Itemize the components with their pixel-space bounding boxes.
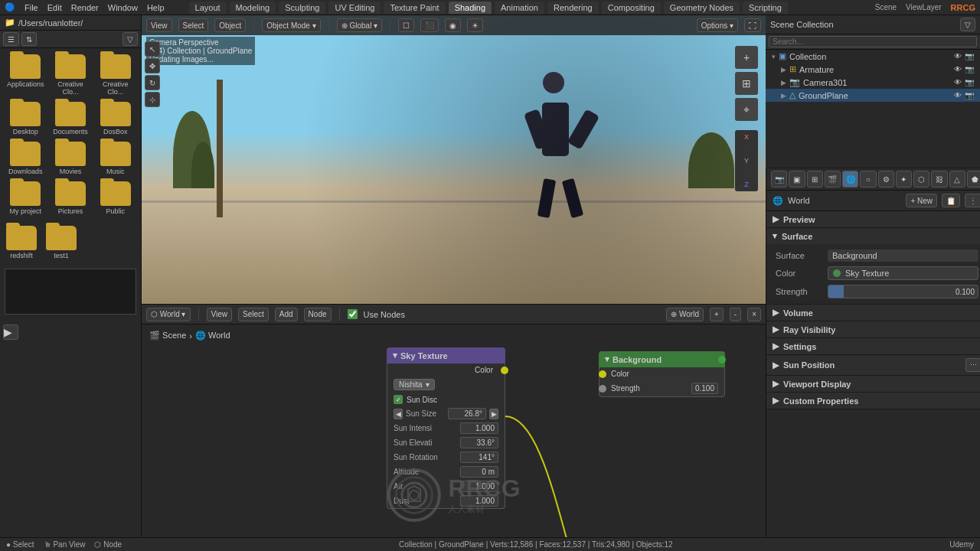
mode-selector[interactable]: Object Mode ▾ [262, 18, 320, 32]
outliner-filter[interactable]: ▽ [960, 18, 975, 31]
world-browse-btn[interactable]: 📋 [942, 194, 960, 207]
custom-properties-section-header[interactable]: ▶ Custom Properties [766, 393, 980, 409]
ray-visibility-section-header[interactable]: ▶ Ray Visibility [766, 321, 980, 337]
viewport[interactable]: View Select Object Object Mode ▾ ⊕ Globa… [142, 15, 766, 304]
zoom-in[interactable]: + [710, 308, 724, 321]
sort-btn[interactable]: ⇅ [21, 32, 37, 46]
shading-wireframe[interactable]: ☐ [398, 18, 414, 32]
viewport-display-section-header[interactable]: ▶ Viewport Display [766, 376, 980, 392]
tab-shading[interactable]: Shading [449, 2, 492, 14]
tool-select[interactable]: ↖ [145, 41, 160, 57]
tab-uv-editing[interactable]: UV Editing [328, 2, 381, 14]
list-item[interactable]: My project [5, 180, 47, 217]
tab-scripting[interactable]: Scripting [743, 2, 788, 14]
outliner-item-armature[interactable]: ▶ ⊞ Armature 👁 📷 [766, 63, 980, 76]
armature-camera[interactable]: 📷 [965, 65, 974, 73]
prop-icon-modifier[interactable]: ⚙ [878, 171, 894, 187]
prop-icon-scene[interactable]: 🎬 [825, 171, 841, 187]
view-btn[interactable]: View [146, 18, 172, 32]
prop-icon-object[interactable]: ○ [860, 171, 876, 187]
prop-icon-data[interactable]: △ [949, 171, 965, 187]
tool-scale[interactable]: ⊹ [145, 92, 160, 107]
editor-type-btn[interactable]: ⬡ World ▾ [146, 308, 191, 321]
sun-size-value[interactable]: 26.8° [448, 408, 486, 419]
menu-edit[interactable]: Edit [47, 3, 62, 12]
strength-bar[interactable]: 0.100 [828, 285, 978, 298]
outliner-item-collection[interactable]: ▾ ▣ Collection 👁 📷 [766, 50, 980, 63]
menu-window[interactable]: Window [108, 3, 138, 12]
gp-render[interactable]: 📷 [965, 91, 974, 99]
orientation-widget[interactable]: X Y Z [735, 130, 758, 191]
menu-render[interactable]: Render [71, 3, 99, 12]
node-menu[interactable]: Node [304, 308, 332, 321]
sun-size-increase[interactable]: ▶ [489, 409, 498, 419]
sun-position-options[interactable]: ⋯ [965, 358, 980, 372]
sun-disc-checkbox[interactable]: ✓ [394, 395, 403, 404]
surface-section-header[interactable]: ▾ Surface [766, 228, 980, 244]
visibility-icon[interactable]: 👁 [954, 52, 962, 60]
menu-file[interactable]: File [24, 3, 38, 12]
world-options-btn[interactable]: ⋮ [965, 194, 980, 207]
add-menu[interactable]: Add [275, 308, 298, 321]
color-value[interactable]: Sky Texture [828, 266, 978, 280]
tab-animation[interactable]: Animation [495, 2, 544, 14]
sun-size-decrease[interactable]: ◀ [394, 409, 403, 419]
prop-icon-material[interactable]: ⬟ [967, 171, 980, 187]
outliner-item-camera[interactable]: ▶ 📷 Camera301 👁 📷 [766, 76, 980, 89]
list-item[interactable]: Applications [5, 53, 47, 97]
render-icon[interactable]: 📷 [965, 52, 974, 60]
bg-strength-input-socket[interactable] [599, 385, 606, 393]
tool-move[interactable]: ✥ [145, 58, 160, 73]
sun-elevation-value[interactable]: 33.6° [460, 437, 498, 448]
sidebar-btn[interactable]: ▶ [3, 324, 18, 340]
object-btn[interactable]: Object [214, 18, 246, 32]
list-item[interactable]: Public [94, 180, 136, 217]
bg-strength-value[interactable]: 0.100 [691, 383, 718, 394]
camera-render[interactable]: 📷 [965, 78, 974, 86]
gizmo-btn-3[interactable]: ⌖ [735, 98, 758, 121]
list-item[interactable]: DosBox [94, 100, 136, 137]
filter-btn[interactable]: ▽ [122, 32, 138, 46]
sun-position-section-header[interactable]: ▶ Sun Position ⋯ [766, 355, 980, 375]
sky-type-dropdown[interactable]: Nishita ▾ [394, 379, 435, 390]
list-item[interactable]: Music [94, 140, 136, 177]
sun-intensity-value[interactable]: 1.000 [460, 422, 498, 434]
tab-rendering[interactable]: Rendering [547, 2, 599, 14]
view-toggle[interactable]: ☰ [3, 32, 19, 46]
shading-solid[interactable]: ⬛ [420, 18, 439, 32]
list-item[interactable]: redshift [5, 224, 38, 261]
sun-rotation-value[interactable]: 141° [460, 452, 498, 463]
prop-icon-output[interactable]: ▣ [789, 171, 805, 187]
list-item[interactable]: test1 [44, 224, 78, 261]
list-item[interactable]: Downloads [5, 140, 47, 177]
list-item[interactable]: Documents [50, 100, 92, 137]
select-menu[interactable]: Select [238, 308, 269, 321]
list-item[interactable]: Movies [50, 140, 92, 177]
list-item[interactable]: Creative Clo... [94, 53, 136, 97]
armature-visibility[interactable]: 👁 [954, 65, 962, 73]
surface-type-btn[interactable]: Background [828, 249, 978, 262]
shading-material[interactable]: ◉ [445, 18, 461, 32]
volume-section-header[interactable]: ▶ Volume [766, 305, 980, 321]
view-menu[interactable]: View [207, 308, 233, 321]
tab-modeling[interactable]: Modeling [230, 2, 276, 14]
tab-texture-paint[interactable]: Texture Paint [384, 2, 445, 14]
camera-visibility[interactable]: 👁 [954, 78, 962, 86]
fullscreen-btn[interactable]: ⛶ [744, 18, 761, 32]
gp-visibility[interactable]: 👁 [954, 91, 962, 99]
collapse-icon[interactable]: ▾ [393, 350, 397, 360]
background-output-socket[interactable] [718, 356, 726, 364]
gizmo-btn-2[interactable]: ⊞ [735, 72, 758, 95]
prop-icon-constraints[interactable]: ⛓ [931, 171, 947, 187]
prop-icon-view-layer[interactable]: ⊞ [807, 171, 823, 187]
list-item[interactable]: Creative Clo... [50, 53, 92, 97]
use-nodes-checkbox[interactable] [348, 309, 358, 319]
shading-render[interactable]: ☀ [467, 18, 483, 32]
tool-rotate[interactable]: ↻ [145, 75, 160, 90]
prop-icon-physics[interactable]: ⬡ [913, 171, 929, 187]
outliner-search[interactable] [769, 36, 977, 47]
global-btn[interactable]: ⊕ Global ▾ [337, 18, 382, 32]
zoom-out[interactable]: - [730, 308, 741, 321]
select-btn[interactable]: Select [178, 18, 209, 32]
prop-icon-render[interactable]: 📷 [771, 171, 787, 187]
